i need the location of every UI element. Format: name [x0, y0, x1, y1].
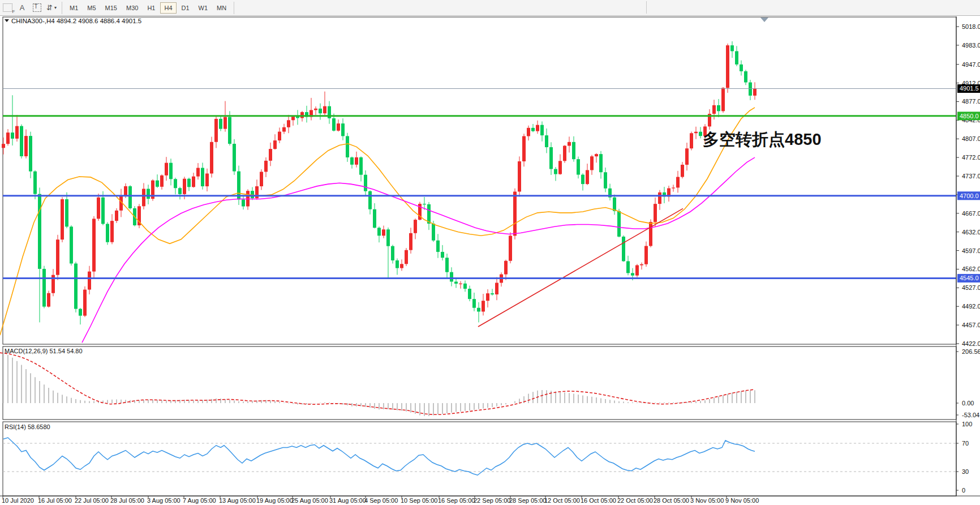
candle-body — [690, 133, 693, 148]
candle-body — [359, 157, 363, 175]
candle-body — [486, 293, 489, 301]
rsi-axis-label: 30 — [962, 468, 969, 475]
candle-body — [178, 188, 182, 194]
tf-button-w1[interactable]: W1 — [195, 2, 212, 14]
price-tick-label: 4877.0 — [962, 98, 980, 105]
candle-body — [214, 119, 218, 142]
time-tick-label: 28 Sep 05:00 — [509, 497, 546, 504]
main-panel[interactable] — [3, 17, 956, 344]
candle-body — [491, 293, 494, 294]
time-tick-label: 9 Nov 05:00 — [725, 497, 759, 504]
candle-body — [242, 199, 245, 206]
time-tick-label: 12 Oct 05:00 — [544, 497, 580, 504]
price-tick-label: 4807.0 — [962, 135, 980, 142]
hline-4850-label: 4850.0 — [960, 113, 979, 119]
candle-body — [273, 140, 277, 149]
time-tick-label: 3 Nov 05:00 — [690, 497, 724, 504]
candle-body — [2, 144, 5, 148]
price-tick-label: 5018.0 — [962, 23, 980, 30]
candle-body — [468, 289, 471, 299]
letter-a-icon: A — [20, 3, 25, 12]
annotation-text[interactable]: 多空转折点4850 — [703, 130, 822, 148]
candle-body — [531, 128, 535, 131]
candle-body — [269, 149, 272, 161]
candle-body — [364, 175, 367, 191]
candle-body — [79, 309, 82, 316]
candle-body — [626, 261, 630, 273]
candle-body — [124, 186, 127, 195]
candle-body — [70, 226, 73, 263]
candle-body — [604, 172, 607, 189]
price-tick-label: 4667.0 — [962, 210, 980, 217]
candle-body — [160, 176, 164, 187]
time-tick-label: 16 Sep 05:00 — [438, 497, 475, 504]
rsi-axis-label: 0 — [962, 487, 965, 494]
candle-body — [187, 179, 191, 187]
candle-body — [192, 177, 195, 187]
candle-body — [414, 220, 417, 233]
tf-button-d1[interactable]: D1 — [178, 2, 194, 14]
time-axis[interactable]: 10 Jul 202016 Jul 05:0022 Jul 05:0028 Ju… — [0, 496, 980, 504]
candle-body — [33, 172, 37, 194]
candle-body — [744, 71, 747, 83]
candle-body — [391, 246, 394, 260]
candle-body — [314, 109, 317, 110]
candle-body — [174, 179, 177, 188]
candle-body — [346, 136, 349, 157]
candle-body — [368, 191, 372, 209]
tf-button-mn[interactable]: MN — [213, 2, 230, 14]
rsi-label: RSI(14) 58.6580 — [5, 423, 50, 430]
candle-body — [24, 136, 28, 156]
candle-body — [219, 119, 222, 129]
candle-body — [147, 189, 150, 199]
text-label-button[interactable]: A — [15, 2, 29, 14]
time-tick-label: 25 Aug 05:00 — [291, 497, 328, 504]
candle-body — [672, 187, 675, 188]
price-tick-label: 4597.0 — [962, 247, 980, 254]
candle-body — [282, 127, 286, 132]
candle-body — [472, 299, 476, 308]
candle-body — [201, 168, 204, 187]
candle-body — [450, 272, 453, 282]
chart-svg[interactable]: 5018.04983.04947.04912.04877.04842.04807… — [0, 0, 980, 505]
text-box-button[interactable]: T — [30, 2, 44, 14]
tf-button-m15[interactable]: M15 — [101, 2, 121, 14]
tf-button-m1[interactable]: M1 — [66, 2, 82, 14]
cursor-mode-button[interactable]: ⇵ ▾ — [45, 2, 58, 14]
time-tick-label: 22 Jul 05:00 — [75, 497, 109, 504]
candle-body — [260, 172, 263, 186]
tf-button-m5[interactable]: M5 — [83, 2, 100, 14]
candle-body — [644, 246, 648, 264]
candle-body — [563, 145, 566, 161]
candle-body — [83, 290, 87, 316]
candle-body — [156, 181, 159, 187]
candle-body — [631, 273, 634, 275]
candle-body — [74, 263, 78, 309]
time-tick-label: 7 Aug 05:00 — [183, 497, 216, 504]
price-tick-label: 4983.0 — [962, 42, 980, 49]
candle-body — [617, 211, 621, 237]
candle-body — [504, 261, 508, 275]
candle-body — [735, 51, 738, 64]
candle-body — [749, 83, 752, 96]
macd-axis-label: 0.00 — [962, 400, 974, 406]
candle-body — [581, 175, 584, 185]
candle-body — [386, 229, 390, 246]
candle-body — [20, 126, 23, 156]
macd-panel[interactable] — [3, 346, 956, 420]
candle-body — [205, 173, 209, 186]
price-axis[interactable]: 5018.04983.04947.04912.04877.04842.04807… — [956, 16, 980, 496]
tf-button-h1[interactable]: H1 — [143, 2, 159, 14]
rsi-panel[interactable] — [3, 422, 956, 496]
candle-body — [396, 260, 399, 268]
candle-body — [115, 211, 118, 221]
price-tick-label: 4562.0 — [962, 266, 980, 272]
tf-button-m30[interactable]: M30 — [122, 2, 142, 14]
grid-settings-button[interactable]: F — [1, 2, 14, 14]
candle-body — [61, 199, 64, 239]
candle-body — [382, 229, 385, 236]
candle-body — [613, 198, 616, 211]
tf-button-h4[interactable]: H4 — [160, 2, 176, 14]
candle-body — [509, 236, 512, 260]
candle-body — [685, 148, 689, 165]
